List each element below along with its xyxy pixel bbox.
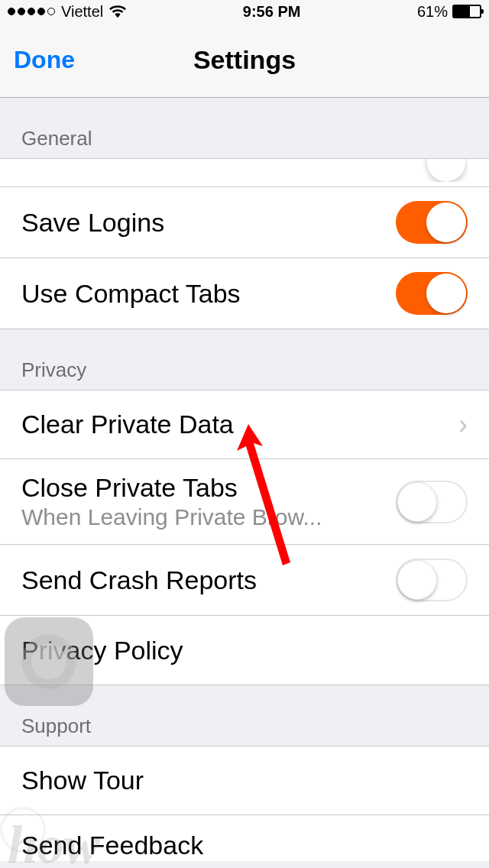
- toggle-send-crash-reports[interactable]: [396, 559, 468, 601]
- general-list: Save Logins Use Compact Tabs: [0, 158, 489, 329]
- battery-icon: [452, 5, 481, 18]
- close-private-tabs-label: Close Private Tabs: [21, 473, 396, 503]
- row-use-compact-tabs[interactable]: Use Compact Tabs: [0, 258, 489, 329]
- row-close-private-tabs[interactable]: Close Private Tabs When Leaving Private …: [0, 459, 489, 545]
- battery-percent-label: 61%: [417, 3, 448, 21]
- clear-private-data-label: Clear Private Data: [21, 410, 458, 439]
- row-send-feedback[interactable]: Send Feedback: [0, 815, 489, 861]
- row-clear-private-data[interactable]: Clear Private Data ›: [0, 390, 489, 459]
- chevron-right-icon: ›: [458, 409, 468, 441]
- assistive-touch-button[interactable]: [5, 617, 93, 706]
- signal-strength-icon: [8, 8, 55, 15]
- row-send-crash-reports[interactable]: Send Crash Reports: [0, 545, 489, 616]
- toggle-use-compact-tabs[interactable]: [396, 272, 468, 315]
- send-feedback-label: Send Feedback: [21, 831, 468, 860]
- save-logins-label: Save Logins: [21, 208, 396, 238]
- support-list: Show Tour Send Feedback: [0, 746, 489, 861]
- row-save-logins[interactable]: Save Logins: [0, 187, 489, 258]
- navigation-bar: Done Settings: [0, 23, 489, 98]
- carrier-label: Viettel: [61, 3, 103, 21]
- section-header-privacy: Privacy: [0, 329, 489, 390]
- status-bar: Viettel 9:56 PM 61%: [0, 0, 489, 23]
- partial-row-top: [0, 159, 489, 187]
- toggle-save-logins[interactable]: [396, 201, 468, 244]
- status-bar-time: 9:56 PM: [243, 3, 301, 21]
- done-button[interactable]: Done: [14, 46, 75, 74]
- toggle-partial[interactable]: [396, 159, 468, 182]
- send-crash-reports-label: Send Crash Reports: [21, 565, 396, 595]
- wifi-icon: [109, 5, 126, 18]
- show-tour-label: Show Tour: [21, 766, 468, 795]
- status-bar-left: Viettel: [8, 3, 126, 21]
- row-show-tour[interactable]: Show Tour: [0, 747, 489, 815]
- close-private-tabs-sublabel: When Leaving Private Brow...: [21, 504, 396, 530]
- use-compact-tabs-label: Use Compact Tabs: [21, 279, 396, 309]
- section-header-general: General: [0, 98, 489, 158]
- toggle-close-private-tabs[interactable]: [396, 481, 468, 523]
- status-bar-right: 61%: [417, 3, 481, 21]
